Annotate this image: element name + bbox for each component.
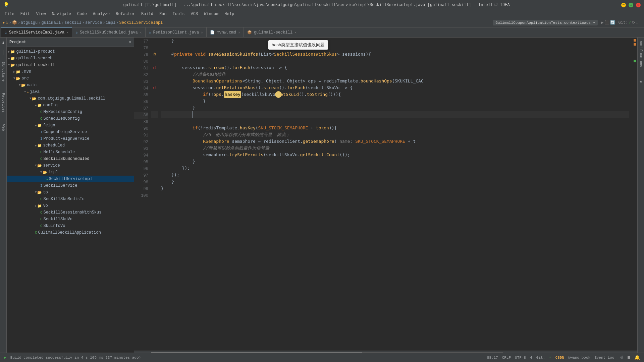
- tree-seckillservice[interactable]: I SeckillService: [7, 182, 134, 189]
- tab-gulimall-seckill[interactable]: 📦 gulimall-seckill ✕: [244, 27, 300, 37]
- code-line-92: RSemaphore semaphore = redissonClient. g…: [161, 138, 629, 145]
- tree-seckillskuscheduled[interactable]: C SeckillSkuScheduled: [7, 156, 134, 162]
- bc-impl[interactable]: impl: [106, 20, 116, 25]
- menu-navigate[interactable]: Navigate: [49, 11, 74, 17]
- tree-label: HelloSchedule: [44, 150, 75, 155]
- right-tab-notifications[interactable]: Notifications: [638, 40, 643, 68]
- menu-tools[interactable]: Tools: [170, 11, 187, 17]
- tab-seckill-impl-label: SeckillServiceImpl.java: [9, 30, 65, 35]
- code-line-93: //商品可以秒杀的数量作为信号量: [161, 145, 629, 152]
- tree-feign[interactable]: ▶ 📁 feign: [7, 122, 134, 129]
- tree-helloschedule[interactable]: C HelloSchedule: [7, 149, 134, 156]
- menu-view[interactable]: View: [34, 11, 49, 17]
- menu-code[interactable]: Code: [74, 11, 90, 17]
- bc-com[interactable]: 📦: [12, 20, 17, 25]
- run-config[interactable]: GulimallCouponApplicationTests.contextLo…: [493, 20, 598, 25]
- tree-seckillskuvo[interactable]: C SeckillSkuVo: [7, 216, 134, 223]
- bc-atguigu[interactable]: atguigu: [21, 20, 38, 25]
- sidebar-title: Project: [9, 40, 26, 45]
- code-line-80: [161, 58, 629, 64]
- left-tab-web[interactable]: Web: [1, 123, 6, 132]
- minimize-button[interactable]: ─: [621, 3, 626, 7]
- status-charset[interactable]: UTF-8: [515, 356, 526, 360]
- status-message: Build completed successfully in 4 s 105 …: [10, 356, 141, 360]
- tree-java[interactable]: ▼ ☕ java: [7, 88, 134, 95]
- tab-sku-scheduled[interactable]: ☕ SeckillSkuScheduled.java ✕: [72, 27, 145, 37]
- tree-service[interactable]: ▼ 📂 service: [7, 162, 134, 169]
- event-log[interactable]: Event Log: [594, 356, 614, 360]
- editor-gutter: @ ↑! ↑!: [151, 38, 158, 351]
- menu-help[interactable]: Help: [222, 11, 237, 17]
- tree-couponfeignservice[interactable]: I CouponFeignService: [7, 129, 134, 135]
- window-controls: ─ □ ✕: [621, 3, 641, 7]
- tree-impl[interactable]: ▼ 📂 impl: [7, 169, 134, 176]
- tree-gulimall-seckill[interactable]: ▼ 📂 gulimall-seckill: [7, 62, 134, 68]
- tree-productfeignservice[interactable]: I ProductFeignService: [7, 135, 134, 142]
- code-line-81: sesssions. stream (). forEach (sesssion …: [161, 64, 629, 71]
- tree-seckillsessswithskus[interactable]: C SeckillSesssionsWithSkus: [7, 209, 134, 216]
- tree-skuinfovo[interactable]: C SkuInfoVo: [7, 223, 134, 229]
- code-editor[interactable]: 77 78 79 80 81 82 83 84 85 86 87 88 89 9…: [134, 38, 637, 351]
- status-notifications[interactable]: 🔔: [634, 355, 640, 360]
- menu-vcs[interactable]: VCS: [188, 11, 201, 17]
- menu-run[interactable]: Run: [157, 11, 169, 17]
- maximize-button[interactable]: □: [629, 3, 633, 7]
- menu-window[interactable]: Window: [201, 11, 221, 17]
- menu-edit[interactable]: Edit: [18, 11, 33, 17]
- tree-mvn[interactable]: ▶ 📁 .mvn: [7, 68, 134, 75]
- tree-label: src: [21, 76, 29, 81]
- tree-scheduledconfig[interactable]: C ScheduledConfig: [7, 115, 134, 122]
- status-crlf[interactable]: CRLF: [502, 356, 511, 360]
- tab-redisson[interactable]: ☕ RedissonClient.java ✕: [146, 27, 207, 37]
- left-tab-project[interactable]: 1: [1, 40, 5, 46]
- status-position[interactable]: 88:17: [487, 356, 498, 360]
- tree-gulimallseckillapp[interactable]: C GulimallSeckillApplication: [7, 229, 134, 236]
- tree-package[interactable]: ▼ 📂 com.atguigu.gulimall.seckill: [7, 95, 134, 102]
- bc-file[interactable]: SeckillServiceImpl: [119, 20, 163, 25]
- status-indent[interactable]: 4: [530, 356, 532, 360]
- menu-analyze[interactable]: Analyze: [90, 11, 112, 17]
- right-tab-bookmark[interactable]: ★: [639, 77, 643, 85]
- tab-sku-scheduled-close[interactable]: ✕: [140, 31, 142, 35]
- tab-gulimall-seckill-close[interactable]: ✕: [294, 31, 297, 35]
- bc-seckill[interactable]: seckill: [64, 20, 81, 25]
- menu-refactor[interactable]: Refactor: [113, 11, 138, 17]
- tab-seckill-impl-close[interactable]: ✕: [66, 31, 68, 35]
- tree-seckillserviceimpl[interactable]: C SeckillServiceImpl: [7, 176, 134, 182]
- editor-tabs: ☕ SeckillServiceImpl.java ✕ ☕ SeckillSku…: [0, 27, 644, 38]
- left-tab-favorites[interactable]: Favorites: [1, 92, 6, 114]
- tab-mvnw-close[interactable]: ✕: [238, 31, 240, 35]
- title-bar: 💡 gulimall [F:\gulimall] - ...\gulimall-…: [0, 0, 644, 10]
- menu-build[interactable]: Build: [139, 11, 156, 17]
- sidebar-gear[interactable]: ⚙: [129, 40, 131, 45]
- tab-mvnw[interactable]: 📄 mvnw.cmd ✕: [207, 27, 244, 37]
- tree-to[interactable]: ▼ 📂 to: [7, 189, 134, 196]
- tree-src[interactable]: ▼ 📂 src: [7, 75, 134, 82]
- code-line-95: }: [161, 158, 629, 165]
- tree-gulimall-search[interactable]: ▶ 📁 gulimall-search: [7, 55, 134, 62]
- tab-redisson-close[interactable]: ✕: [201, 31, 203, 35]
- bc-service[interactable]: service: [85, 20, 102, 25]
- left-tab-structure[interactable]: Structure: [1, 60, 6, 83]
- bc-gulimall[interactable]: gulimall: [41, 20, 61, 25]
- line-numbers: 77 78 79 80 81 82 83 84 85 86 87 88 89 9…: [134, 38, 151, 351]
- close-button[interactable]: ✕: [636, 3, 641, 7]
- tree-config[interactable]: ▶ 📁 config: [7, 102, 134, 109]
- tree-seckillskuredisto[interactable]: C SecKillSkuRedisTo: [7, 196, 134, 202]
- editor-wrapper: 77 78 79 80 81 82 83 84 85 86 87 88 89 9…: [134, 38, 637, 362]
- tree-scheduled[interactable]: ▶ 📁 scheduled: [7, 142, 134, 149]
- code-content[interactable]: hash类型直接赋值也没问题 } @ private void saveSess…: [158, 38, 632, 351]
- code-line-97: });: [161, 172, 629, 178]
- code-line-83: BoundHashOperations <String, Object, Obj…: [161, 78, 629, 84]
- menu-file[interactable]: File: [2, 11, 17, 17]
- code-line-85: if (! ops . hasKey (seckillSkuVo. getSku…: [161, 91, 629, 98]
- status-csdn: CSDN: [555, 356, 564, 360]
- code-line-99: }: [161, 185, 629, 192]
- tree-gulimall-product[interactable]: ▶ 📁 gulimall-product: [7, 48, 134, 55]
- bc-main[interactable]: ▶: [3, 20, 5, 25]
- bc-java[interactable]: ☕: [6, 20, 8, 25]
- tree-myredissonconfig[interactable]: C MyRedissonConfig: [7, 109, 134, 115]
- tree-vo[interactable]: ▶ 📁 vo: [7, 202, 134, 209]
- tab-seckill-impl[interactable]: ☕ SeckillServiceImpl.java ✕: [1, 27, 72, 37]
- tree-main[interactable]: ▼ 📂 main: [7, 82, 134, 88]
